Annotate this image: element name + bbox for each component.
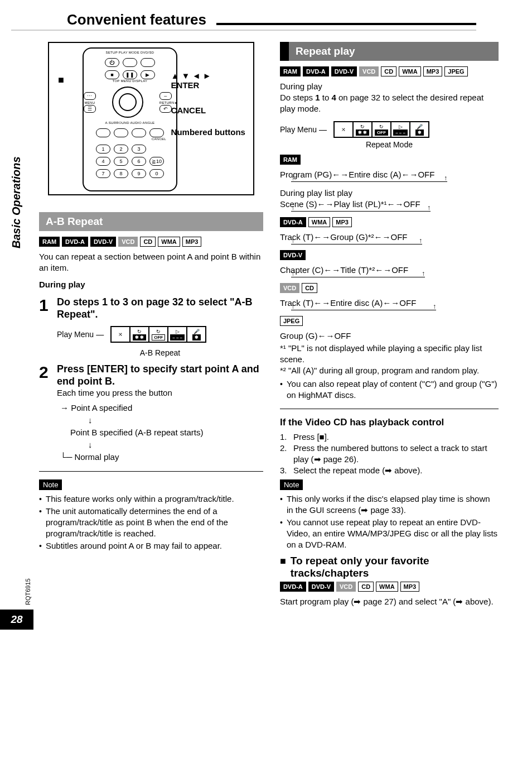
pause-icon: ❚❚ — [123, 70, 137, 79]
play-menu-label-2: Play Menu — [280, 125, 317, 134]
menu-label: MENU — [84, 101, 96, 105]
jpeg-cycle: Group (G)←→OFF — [280, 330, 499, 342]
remote-row2-labels: TOP MENU DISPLAY — [84, 79, 176, 83]
next-icon: ▷ — [176, 329, 180, 334]
callout-numbered: Numbered buttons — [171, 126, 245, 138]
num-9: 9 — [132, 169, 146, 178]
pbc-steps: Press [■]. Press the numbered buttons to… — [280, 431, 499, 476]
play-menu-label: Play Menu — [57, 330, 94, 339]
favorite-heading: To repeat only your favorite tracks/chap… — [291, 555, 499, 579]
mic-icon-2: 🎤 — [417, 124, 423, 129]
shuffle-icon-2: ⤨ — [341, 127, 346, 132]
ab-during: During play — [39, 279, 263, 290]
play-menu-bar: ⤨ ↻✱ ✱ ↻OFF ▷– – – 🎤✱ — [110, 326, 206, 343]
repeat-during: During play — [280, 81, 499, 92]
footnote-2: *² "All (A)" during all group, program a… — [280, 365, 499, 376]
ab-format-badges: RAM DVD-A DVD-V VCD CD WMA MP3 — [39, 237, 263, 247]
num-2: 2 — [114, 145, 128, 153]
step-1-heading: Do steps 1 to 3 on page 32 to select "A-… — [57, 296, 263, 320]
ab-intro: You can repeat a section between point A… — [39, 251, 263, 274]
seq-b: Point B specified (A-B repeat starts) — [60, 426, 263, 439]
audio-button — [114, 128, 128, 137]
menu-button: ☰ — [84, 105, 96, 113]
shuffle-icon: ⤨ — [118, 332, 123, 337]
asurround-button — [96, 128, 110, 137]
seq-down-2: ↓ — [60, 439, 263, 451]
step-1-number: 1 — [39, 296, 57, 357]
ab-notes-list: This feature works only within a program… — [39, 493, 263, 551]
cancel-micro-label: CANCEL — [84, 137, 176, 141]
page-number: 28 — [0, 610, 33, 630]
page-title: Convenient features — [67, 11, 206, 28]
display-button: – — [159, 92, 172, 100]
num-5: 5 — [114, 157, 128, 166]
repeat-intro: Do steps 1 to 4 on page 32 to select the… — [280, 92, 499, 114]
return-button: ↶ — [159, 105, 172, 113]
divider — [39, 471, 263, 472]
remote-row4-labels: A.SURROUND AUDIO ANGLE — [84, 121, 176, 125]
footnote-1: *¹ "PL" is not displayed while playing a… — [280, 343, 499, 365]
seq-a: → Point A specified — [60, 402, 263, 414]
note-badge-2: Note — [280, 479, 303, 490]
ram-cycle: Program (PG)←→Entire disc (A)←→OFF — [280, 169, 499, 180]
jpeg-badge: JPEG — [280, 316, 303, 326]
section-side-label: Basic Operations — [10, 156, 23, 248]
num-8: 8 — [114, 169, 128, 178]
stop-icon: ■ — [105, 70, 119, 79]
callout-cancel: CANCEL — [171, 105, 245, 115]
favorite-text: Start program play (➡ page 27) and selec… — [280, 596, 499, 607]
seq-c: └─ Normal play — [60, 451, 263, 463]
dvdv-cycle: Chapter (C)←→Title (T)*²←→OFF — [280, 265, 499, 276]
bullet-highmat: You can also repeat play of content ("C"… — [280, 378, 499, 401]
power-icon: ⏻ — [105, 58, 119, 67]
num-3: 3 — [132, 145, 146, 153]
ram-badge: RAM — [280, 155, 301, 165]
repeat-format-badges: RAM DVD-A DVD-V VCD CD WMA MP3 JPEG — [280, 66, 499, 76]
next-icon-2: ▷ — [399, 124, 403, 129]
pbc-notes: This only works if the disc's elapsed pl… — [280, 493, 499, 550]
play-menu-bar-2: ⤨ ↻✱ ✱ ↻OFF ▷– – – 🎤✱ — [333, 121, 429, 138]
playmode-button — [123, 58, 137, 67]
repeat-icon-4: ↻ — [379, 124, 384, 129]
doc-code: RQT6915 — [25, 578, 31, 605]
remote-diagram: ■ SETUP PLAY MODE DVD/SD ⏻ ■ ❚❚ ▶ TOP ME… — [48, 42, 254, 195]
topmenu-button: ⋯ — [84, 92, 96, 100]
playlist-cycle: Scene (S)←→Play list (PL)*¹←→OFF — [280, 199, 499, 210]
mic-icon: 🎤 — [194, 329, 200, 334]
repeat-icon-3: ↻ — [360, 124, 365, 129]
num-0: 0 — [149, 169, 164, 178]
divider-2 — [280, 409, 499, 409]
step-2-number: 2 — [39, 363, 57, 463]
num-1: 1 — [96, 145, 110, 153]
dvda-cycle: Track (T)←→Group (G)*²←→OFF — [280, 232, 499, 243]
remote-row1-labels: SETUP PLAY MODE DVD/SD — [84, 51, 176, 55]
step-2-heading: Press [ENTER] to specify start point A a… — [57, 363, 263, 387]
num-7: 7 — [96, 169, 110, 178]
num-6: 6 — [132, 157, 146, 166]
callout-arrows: ▲ ▼ ◄ ► ENTER — [171, 71, 245, 90]
repeat-play-header: Repeat play — [280, 42, 499, 61]
step-2-sub: Each time you press the button — [57, 387, 263, 399]
repeat-mode-caption: Repeat Mode — [280, 140, 499, 149]
note-badge: Note — [39, 479, 62, 490]
nav-wheel — [112, 87, 143, 118]
header-underline — [11, 30, 476, 31]
num-4: 4 — [96, 157, 110, 166]
repeat-icon-2: ↻ — [156, 329, 161, 334]
ab-repeat-header: A-B Repeat — [39, 212, 263, 231]
angle-button — [132, 128, 146, 137]
pbc-title: If the Video CD has playback control — [280, 417, 499, 428]
ab-repeat-caption: A-B Repeat — [57, 348, 263, 357]
seq-down-1: ↓ — [60, 414, 263, 426]
vcd-cycle: Track (T)←→Entire disc (A)←→OFF — [280, 298, 499, 309]
num-gte10: ≧10 — [149, 157, 164, 166]
dvdv-badge: DVD-V — [280, 250, 306, 260]
black-square-2: ■ — [280, 555, 286, 567]
play-icon: ▶ — [141, 70, 155, 79]
header-rule — [216, 23, 476, 25]
playlist-intro: During play list play — [280, 188, 499, 199]
black-square-bullet: ■ — [58, 74, 64, 86]
repeat-icon: ↻ — [137, 329, 142, 334]
dvdsd-button — [141, 58, 155, 67]
subtitle-button — [149, 128, 164, 137]
